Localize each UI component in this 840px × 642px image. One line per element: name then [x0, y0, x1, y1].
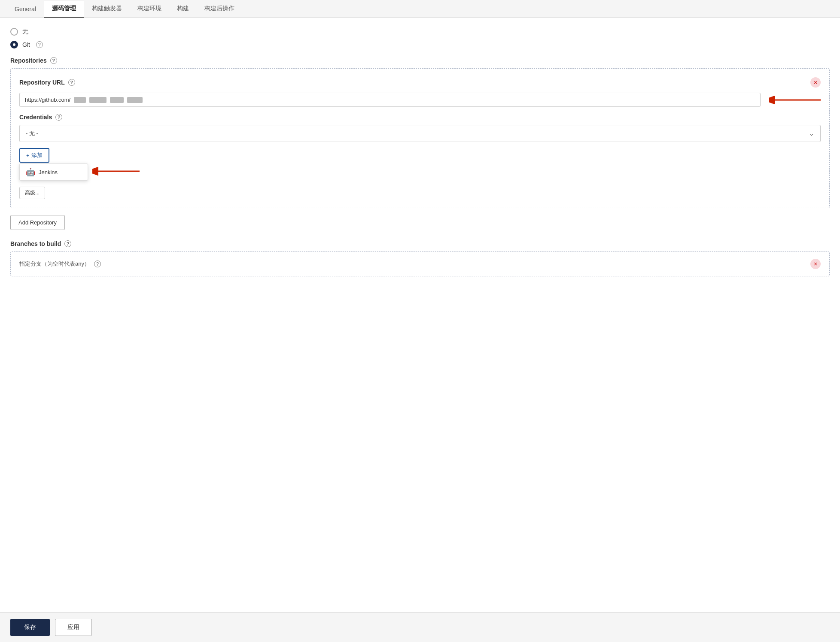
repo-close-button[interactable]: × — [810, 77, 821, 88]
main-content: 无 Git ? Repositories ? Repository URL ? … — [0, 18, 840, 638]
tab-build-env[interactable]: 构建环境 — [130, 0, 169, 18]
add-credentials-row: + 添加 🤖 Jenkins — [19, 148, 821, 163]
radio-none[interactable]: 无 — [10, 28, 830, 36]
chevron-down-icon: ⌄ — [809, 130, 814, 137]
bottom-bar: 保存 应用 — [0, 612, 840, 638]
advanced-row: 高级... — [19, 183, 821, 199]
repositories-section: Repositories ? Repository URL ? × https:… — [10, 57, 830, 240]
jenkins-red-arrow-svg — [92, 164, 140, 178]
branch-close-button[interactable]: × — [810, 259, 821, 269]
repository-container: Repository URL ? × https://github.com/ — [10, 68, 830, 208]
branches-section: Branches to build ? 指定分支（为空时代表any） ? × — [10, 240, 830, 276]
redacted-4 — [127, 97, 143, 103]
branch-placeholder-help-icon[interactable]: ? — [94, 260, 101, 267]
redacted-2 — [89, 97, 107, 103]
jenkins-icon: 🤖 — [26, 167, 35, 177]
redacted-1 — [74, 97, 86, 103]
repo-url-row: https://github.com/ — [19, 93, 821, 107]
radio-circle-none — [10, 28, 18, 36]
url-arrow-annotation — [769, 93, 821, 107]
radio-circle-git — [10, 41, 18, 48]
repositories-label: Repositories ? — [10, 57, 830, 64]
repo-url-header: Repository URL ? × — [19, 77, 821, 88]
credentials-select[interactable]: - 无 - ⌄ — [19, 125, 821, 142]
branches-inner: 指定分支（为空时代表any） ? — [19, 260, 101, 268]
add-button-wrapper: + 添加 🤖 Jenkins — [19, 148, 49, 163]
advanced-button[interactable]: 高级... — [19, 187, 45, 199]
repositories-help-icon[interactable]: ? — [50, 57, 57, 64]
credentials-help-icon[interactable]: ? — [55, 114, 62, 121]
branches-help-icon[interactable]: ? — [64, 240, 71, 247]
repo-url-help-icon[interactable]: ? — [68, 79, 75, 86]
add-credentials-dropdown: 🤖 Jenkins — [19, 164, 88, 181]
tab-build-triggers[interactable]: 构建触发器 — [84, 0, 130, 18]
branches-container: 指定分支（为空时代表any） ? × — [10, 251, 830, 276]
red-arrow-svg — [769, 93, 821, 107]
add-repository-button[interactable]: Add Repository — [10, 215, 65, 230]
plus-icon: + — [26, 152, 30, 159]
credentials-label-group: Credentials ? — [19, 114, 821, 121]
tab-bar: General 源码管理 构建触发器 构建环境 构建 构建后操作 — [0, 0, 840, 18]
branches-label-group: Branches to build ? — [10, 240, 830, 247]
dropdown-item-jenkins[interactable]: 🤖 Jenkins — [20, 164, 88, 180]
redacted-3 — [110, 97, 124, 103]
source-type-radio-group: 无 Git ? — [10, 28, 830, 48]
tab-general[interactable]: General — [7, 1, 44, 18]
git-help-icon[interactable]: ? — [36, 41, 43, 48]
tab-post-build[interactable]: 构建后操作 — [197, 0, 242, 18]
radio-none-label: 无 — [22, 28, 28, 36]
repo-url-label-group: Repository URL ? — [19, 79, 75, 86]
apply-button[interactable]: 应用 — [55, 619, 92, 636]
save-button[interactable]: 保存 — [10, 619, 50, 636]
radio-git-label: Git — [22, 41, 30, 48]
repo-url-input[interactable]: https://github.com/ — [19, 93, 761, 107]
radio-git[interactable]: Git ? — [10, 41, 830, 48]
tab-source-management[interactable]: 源码管理 — [44, 0, 84, 18]
jenkins-arrow-annotation — [92, 164, 140, 179]
branch-placeholder-text: 指定分支（为空时代表any） — [19, 260, 90, 268]
add-credentials-button[interactable]: + 添加 — [19, 148, 49, 163]
tab-build[interactable]: 构建 — [169, 0, 197, 18]
